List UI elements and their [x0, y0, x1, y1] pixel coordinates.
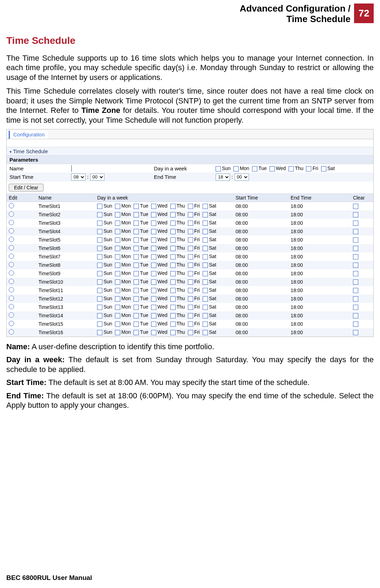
start-min-select[interactable]: 00 — [90, 174, 104, 181]
row-day-checkbox-mon[interactable] — [115, 263, 120, 268]
row-day-checkbox-wed[interactable] — [151, 237, 156, 243]
row-day-checkbox-fri[interactable] — [188, 322, 193, 327]
row-day-checkbox-fri[interactable] — [188, 279, 193, 285]
row-day-checkbox-wed[interactable] — [151, 221, 156, 226]
day-checkbox-mon[interactable] — [233, 166, 239, 171]
row-day-checkbox-sat[interactable] — [203, 221, 208, 226]
row-day-checkbox-sun[interactable] — [97, 279, 102, 285]
clear-checkbox[interactable] — [353, 271, 358, 276]
row-day-checkbox-thu[interactable] — [170, 237, 176, 243]
row-day-checkbox-mon[interactable] — [115, 237, 120, 243]
day-checkbox-wed[interactable] — [270, 166, 275, 171]
clear-checkbox[interactable] — [353, 229, 358, 234]
row-day-checkbox-sun[interactable] — [97, 330, 102, 335]
edit-radio[interactable] — [9, 203, 14, 208]
clear-checkbox[interactable] — [353, 330, 358, 335]
row-day-checkbox-sun[interactable] — [97, 246, 102, 251]
row-day-checkbox-mon[interactable] — [115, 313, 120, 318]
row-day-checkbox-sat[interactable] — [203, 229, 208, 234]
row-day-checkbox-sat[interactable] — [203, 288, 208, 293]
row-day-checkbox-sun[interactable] — [97, 322, 102, 327]
row-day-checkbox-tue[interactable] — [134, 221, 139, 226]
row-day-checkbox-tue[interactable] — [134, 263, 139, 268]
row-day-checkbox-sat[interactable] — [203, 237, 208, 243]
row-day-checkbox-mon[interactable] — [115, 212, 120, 217]
row-day-checkbox-thu[interactable] — [170, 279, 176, 285]
clear-checkbox[interactable] — [353, 221, 358, 226]
row-day-checkbox-sat[interactable] — [203, 330, 208, 335]
row-day-checkbox-sat[interactable] — [203, 279, 208, 285]
day-checkbox-sat[interactable] — [321, 166, 326, 171]
row-day-checkbox-sat[interactable] — [203, 263, 208, 268]
day-checkbox-tue[interactable] — [252, 166, 257, 171]
row-day-checkbox-fri[interactable] — [188, 330, 193, 335]
row-day-checkbox-thu[interactable] — [170, 254, 176, 259]
row-day-checkbox-fri[interactable] — [188, 296, 193, 302]
edit-radio[interactable] — [9, 287, 14, 292]
row-day-checkbox-tue[interactable] — [134, 279, 139, 285]
row-day-checkbox-wed[interactable] — [151, 254, 156, 259]
row-day-checkbox-wed[interactable] — [151, 229, 156, 234]
row-day-checkbox-fri[interactable] — [188, 271, 193, 276]
edit-radio[interactable] — [9, 279, 14, 284]
end-min-select[interactable]: 00 — [235, 174, 249, 181]
row-day-checkbox-wed[interactable] — [151, 313, 156, 318]
row-day-checkbox-fri[interactable] — [188, 221, 193, 226]
row-day-checkbox-thu[interactable] — [170, 296, 176, 302]
clear-checkbox[interactable] — [353, 288, 358, 293]
row-day-checkbox-tue[interactable] — [134, 305, 139, 310]
row-day-checkbox-fri[interactable] — [188, 263, 193, 268]
row-day-checkbox-sun[interactable] — [97, 296, 102, 302]
row-day-checkbox-mon[interactable] — [115, 229, 120, 234]
edit-radio[interactable] — [9, 228, 14, 234]
row-day-checkbox-sat[interactable] — [203, 313, 208, 318]
row-day-checkbox-sat[interactable] — [203, 254, 208, 259]
clear-checkbox[interactable] — [353, 305, 358, 310]
row-day-checkbox-sun[interactable] — [97, 212, 102, 217]
day-checkbox-thu[interactable] — [289, 166, 294, 171]
row-day-checkbox-fri[interactable] — [188, 237, 193, 243]
row-day-checkbox-thu[interactable] — [170, 322, 176, 327]
row-day-checkbox-sat[interactable] — [203, 246, 208, 251]
row-day-checkbox-fri[interactable] — [188, 254, 193, 259]
clear-checkbox[interactable] — [353, 246, 358, 251]
row-day-checkbox-sun[interactable] — [97, 237, 102, 243]
row-day-checkbox-tue[interactable] — [134, 322, 139, 327]
row-day-checkbox-sun[interactable] — [97, 313, 102, 318]
row-day-checkbox-wed[interactable] — [151, 204, 156, 209]
edit-radio[interactable] — [9, 312, 14, 318]
row-day-checkbox-wed[interactable] — [151, 279, 156, 285]
row-day-checkbox-thu[interactable] — [170, 229, 176, 234]
edit-radio[interactable] — [9, 296, 14, 301]
row-day-checkbox-thu[interactable] — [170, 271, 176, 276]
row-day-checkbox-mon[interactable] — [115, 254, 120, 259]
edit-radio[interactable] — [9, 254, 14, 259]
row-day-checkbox-thu[interactable] — [170, 288, 176, 293]
row-day-checkbox-tue[interactable] — [134, 237, 139, 243]
row-day-checkbox-wed[interactable] — [151, 212, 156, 217]
row-day-checkbox-fri[interactable] — [188, 204, 193, 209]
row-day-checkbox-sun[interactable] — [97, 305, 102, 310]
row-day-checkbox-tue[interactable] — [134, 212, 139, 217]
row-day-checkbox-fri[interactable] — [188, 246, 193, 251]
row-day-checkbox-sun[interactable] — [97, 263, 102, 268]
row-day-checkbox-wed[interactable] — [151, 330, 156, 335]
row-day-checkbox-tue[interactable] — [134, 313, 139, 318]
row-day-checkbox-sun[interactable] — [97, 271, 102, 276]
edit-radio[interactable] — [9, 262, 14, 267]
name-input[interactable] — [71, 165, 72, 172]
clear-checkbox[interactable] — [353, 204, 358, 209]
clear-checkbox[interactable] — [353, 279, 358, 285]
row-day-checkbox-tue[interactable] — [134, 204, 139, 209]
row-day-checkbox-sun[interactable] — [97, 229, 102, 234]
row-day-checkbox-fri[interactable] — [188, 313, 193, 318]
row-day-checkbox-mon[interactable] — [115, 246, 120, 251]
edit-radio[interactable] — [9, 270, 14, 276]
row-day-checkbox-mon[interactable] — [115, 271, 120, 276]
clear-checkbox[interactable] — [353, 237, 358, 243]
tab-configuration[interactable]: Configuration — [9, 131, 48, 139]
row-day-checkbox-mon[interactable] — [115, 279, 120, 285]
clear-checkbox[interactable] — [353, 322, 358, 327]
row-day-checkbox-sat[interactable] — [203, 212, 208, 217]
row-day-checkbox-sat[interactable] — [203, 322, 208, 327]
